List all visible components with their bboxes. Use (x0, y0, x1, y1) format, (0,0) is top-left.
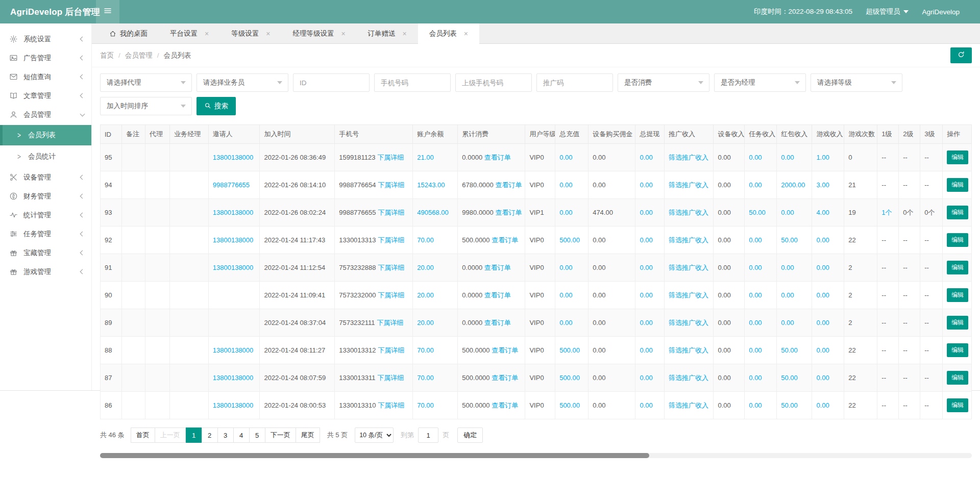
view-orders-link[interactable]: 查看订单 (495, 209, 522, 216)
view-orders-link[interactable]: 查看订单 (484, 154, 511, 161)
game-income-link[interactable]: 0.00 (816, 346, 829, 354)
red-packet-income-link[interactable]: 0.00 (781, 319, 794, 326)
game-income-link[interactable]: 3.00 (816, 181, 829, 189)
promo-income-link[interactable]: 筛选推广收入 (669, 374, 708, 382)
balance-link[interactable]: 70.00 (417, 236, 434, 244)
subordinate-detail-link[interactable]: 下属详细 (378, 209, 404, 216)
edit-button[interactable]: 编辑 (947, 261, 968, 274)
sidebar-item-device-management[interactable]: 设备管理 (0, 168, 91, 187)
promo-income-link[interactable]: 筛选推广收入 (669, 236, 708, 244)
view-orders-link[interactable]: 查看订单 (484, 291, 511, 299)
red-packet-income-link[interactable]: 0.00 (781, 209, 794, 216)
edit-button[interactable]: 编辑 (947, 233, 968, 247)
task-income-link[interactable]: 0.00 (749, 374, 762, 382)
inviter-link[interactable]: 13800138000 (213, 401, 254, 409)
recharge-link[interactable]: 0.00 (559, 181, 572, 189)
parent-phone-input[interactable] (455, 73, 532, 92)
red-packet-income-link[interactable]: 2000.00 (781, 181, 805, 189)
task-income-link[interactable]: 0.00 (749, 291, 762, 299)
task-income-link[interactable]: 0.00 (749, 236, 762, 244)
game-income-link[interactable]: 0.00 (816, 264, 829, 271)
subordinate-detail-link[interactable]: 下属详细 (378, 181, 404, 189)
username[interactable]: AgriDevelop (922, 8, 960, 16)
page-button-2[interactable]: 2 (202, 427, 218, 443)
search-button[interactable]: 搜索 (197, 97, 236, 115)
view-orders-link[interactable]: 查看订单 (492, 236, 518, 244)
game-income-link[interactable]: 0.00 (816, 319, 829, 326)
hamburger-menu-button[interactable] (96, 0, 119, 23)
sidebar-item-ad-management[interactable]: 广告管理 (0, 48, 91, 67)
edit-button[interactable]: 编辑 (947, 371, 968, 385)
promo-income-link[interactable]: 筛选推广收入 (669, 401, 708, 409)
sidebar-item-sms-query[interactable]: 短信查询 (0, 67, 91, 86)
withdraw-link[interactable]: 0.00 (640, 346, 652, 354)
withdraw-link[interactable]: 0.00 (640, 319, 652, 326)
game-income-link[interactable]: 4.00 (816, 209, 829, 216)
recharge-link[interactable]: 0.00 (559, 291, 572, 299)
edit-button[interactable]: 编辑 (947, 343, 968, 357)
game-income-link[interactable]: 1.00 (816, 154, 829, 161)
subordinate-detail-link[interactable]: 下属详细 (378, 346, 404, 354)
task-income-link[interactable]: 0.00 (749, 181, 762, 189)
subordinate-detail-link[interactable]: 下属详细 (378, 264, 404, 271)
edit-button[interactable]: 编辑 (947, 150, 968, 164)
promo-code-input[interactable] (536, 73, 613, 92)
task-income-link[interactable]: 0.00 (749, 346, 762, 354)
tab-order-gift[interactable]: 订单赠送× (357, 23, 418, 44)
phone-input[interactable] (374, 73, 451, 92)
balance-link[interactable]: 490568.00 (417, 209, 448, 216)
balance-link[interactable]: 20.00 (417, 291, 434, 299)
view-orders-link[interactable]: 查看订单 (492, 401, 518, 409)
recharge-link[interactable]: 0.00 (559, 209, 572, 216)
inviter-link[interactable]: 13800138000 (213, 264, 254, 271)
withdraw-link[interactable]: 0.00 (640, 181, 652, 189)
subordinate-detail-link[interactable]: 下属详细 (378, 401, 404, 409)
promo-income-link[interactable]: 筛选推广收入 (669, 291, 708, 299)
recharge-link[interactable]: 0.00 (559, 319, 572, 326)
recharge-link[interactable]: 500.00 (559, 401, 580, 409)
per-page-select[interactable]: 10 条/页 (355, 427, 394, 443)
promo-income-link[interactable]: 筛选推广收入 (669, 319, 708, 326)
close-icon[interactable]: × (266, 30, 270, 37)
join-time-sort-select[interactable]: 加入时间排序 (100, 97, 192, 115)
view-orders-link[interactable]: 查看订单 (492, 346, 518, 354)
agent-select[interactable]: 请选择代理 (100, 73, 192, 92)
page-button-1[interactable]: 1 (186, 427, 202, 443)
level-count-link[interactable]: 1个 (881, 209, 892, 216)
game-income-link[interactable]: 0.00 (816, 236, 829, 244)
inviter-link[interactable]: 13800138000 (213, 236, 254, 244)
edit-button[interactable]: 编辑 (947, 398, 968, 412)
withdraw-link[interactable]: 0.00 (640, 236, 652, 244)
promo-income-link[interactable]: 筛选推广收入 (669, 264, 708, 271)
task-income-link[interactable]: 0.00 (749, 401, 762, 409)
balance-link[interactable]: 15243.00 (417, 181, 445, 189)
red-packet-income-link[interactable]: 0.00 (781, 154, 794, 161)
edit-button[interactable]: 编辑 (947, 206, 968, 219)
red-packet-income-link[interactable]: 50.00 (781, 346, 798, 354)
goto-confirm-button[interactable]: 确定 (457, 427, 483, 443)
view-orders-link[interactable]: 查看订单 (495, 181, 522, 189)
game-income-link[interactable]: 0.00 (816, 291, 829, 299)
edit-button[interactable]: 编辑 (947, 316, 968, 330)
subordinate-detail-link[interactable]: 下属详细 (377, 319, 403, 326)
tab-platform-settings[interactable]: 平台设置× (159, 23, 220, 44)
tab-manager-level-settings[interactable]: 经理等级设置× (281, 23, 356, 44)
balance-link[interactable]: 70.00 (417, 374, 434, 382)
red-packet-income-link[interactable]: 50.00 (781, 401, 798, 409)
sidebar-item-task-management[interactable]: 任务管理 (0, 224, 91, 243)
sidebar-item-finance-management[interactable]: 财务管理 (0, 187, 91, 206)
manager-select[interactable]: 是否为经理 (714, 73, 806, 92)
id-input[interactable] (293, 73, 370, 92)
task-income-link[interactable]: 0.00 (749, 319, 762, 326)
withdraw-link[interactable]: 0.00 (640, 209, 652, 216)
tab-my-desktop[interactable]: 我的桌面 (98, 23, 159, 44)
balance-link[interactable]: 70.00 (417, 401, 434, 409)
balance-link[interactable]: 20.00 (417, 264, 434, 271)
recharge-link[interactable]: 0.00 (559, 264, 572, 271)
subordinate-detail-link[interactable]: 下属详细 (377, 154, 404, 161)
role-dropdown[interactable]: 超级管理员 (866, 7, 909, 16)
withdraw-link[interactable]: 0.00 (640, 154, 652, 161)
close-icon[interactable]: × (464, 30, 468, 37)
promo-income-link[interactable]: 筛选推广收入 (669, 346, 708, 354)
tab-member-list[interactable]: 会员列表× (418, 23, 479, 44)
